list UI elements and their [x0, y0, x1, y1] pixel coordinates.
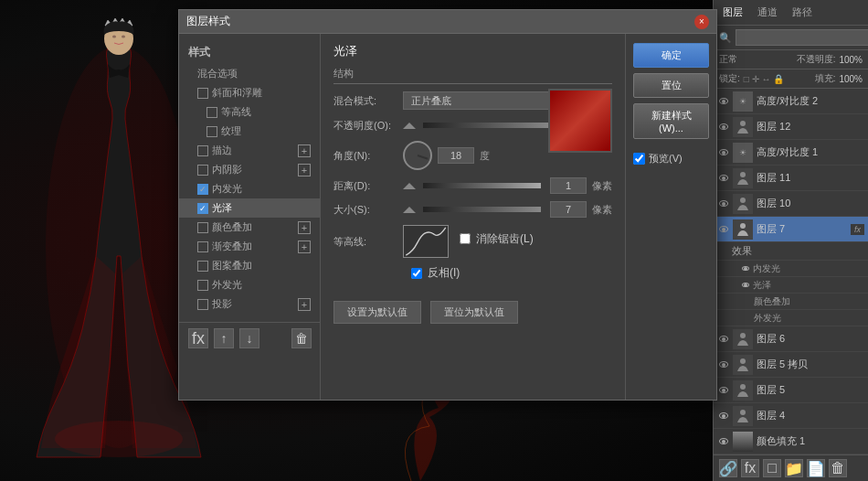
outer-glow-item[interactable]: 外发光 [179, 275, 320, 294]
inner-glow-item[interactable]: ✓ 内发光 [179, 179, 320, 198]
size-slider-track[interactable] [423, 207, 541, 212]
bevel-checkbox[interactable] [197, 88, 208, 99]
visibility-icon[interactable] [717, 95, 730, 108]
ok-button[interactable]: 确定 [633, 43, 709, 68]
opacity-slider-track[interactable] [423, 123, 552, 128]
texture-item[interactable]: 纹理 [179, 122, 320, 141]
effects-group[interactable]: 效果 [714, 242, 868, 261]
layer-item[interactable]: 图层 12 [714, 114, 868, 140]
color-overlay-sidebar-label: 颜色叠加 [212, 220, 252, 234]
layer-item[interactable]: 图层 6 [714, 326, 868, 352]
satin-item[interactable]: ✓ 光泽 [179, 198, 320, 218]
visibility-icon[interactable] [717, 121, 730, 134]
satin-effect[interactable]: 光泽 [714, 277, 868, 294]
visibility-icon[interactable] [717, 435, 730, 448]
inner-shadow-checkbox[interactable] [197, 165, 208, 176]
layer-name: 图层 11 [757, 171, 864, 185]
layer-item[interactable]: 颜色填充 1 [714, 429, 868, 454]
tab-paths[interactable]: 路径 [789, 4, 816, 21]
effect-visibility-icon[interactable] [741, 262, 750, 275]
new-layer-button[interactable]: 📄 [807, 459, 825, 477]
move-up-button[interactable]: ↑ [214, 328, 234, 348]
link-layers-button[interactable]: 🔗 [719, 459, 737, 477]
distance-slider-handle[interactable] [403, 183, 416, 189]
color-overlay-item[interactable]: 颜色叠加 + [179, 218, 320, 237]
svg-point-10 [740, 358, 746, 364]
color-overlay-effect[interactable]: 颜色叠加 [714, 294, 868, 310]
visibility-icon[interactable] [717, 384, 730, 397]
visibility-icon[interactable] [717, 410, 730, 422]
layer-item[interactable]: 图层 5 [714, 378, 868, 403]
visibility-icon[interactable] [717, 146, 730, 159]
opacity-slider-handle[interactable] [403, 123, 416, 129]
new-group-button[interactable]: 📁 [785, 459, 803, 477]
anti-alias-checkbox[interactable] [460, 233, 471, 244]
content-title: 光泽 [333, 43, 612, 59]
contour-preview[interactable] [403, 225, 449, 258]
gradient-overlay-checkbox[interactable] [197, 241, 208, 252]
visibility-icon[interactable] [717, 333, 730, 346]
outer-glow-checkbox[interactable] [197, 280, 208, 291]
dialog-close-button[interactable]: × [694, 15, 709, 29]
preview-checkbox[interactable] [633, 153, 645, 165]
angle-knob[interactable] [403, 141, 432, 170]
satin-checkbox[interactable]: ✓ [197, 203, 208, 214]
texture-checkbox[interactable] [206, 126, 217, 137]
add-style-button[interactable]: fx [741, 459, 759, 477]
tab-layers[interactable]: 图层 [719, 4, 746, 21]
angle-input[interactable] [438, 147, 474, 164]
tab-channels[interactable]: 通道 [754, 4, 781, 21]
delete-layer-button[interactable]: 🗑 [829, 459, 847, 477]
drop-shadow-item[interactable]: 投影 + [179, 294, 320, 314]
layer-item[interactable]: ☀ 高度/对比度 2 [714, 89, 868, 114]
contour-item[interactable]: 等高线 [179, 102, 320, 122]
drop-shadow-add-button[interactable]: + [298, 298, 311, 311]
visibility-icon[interactable] [717, 358, 730, 371]
svg-point-7 [740, 198, 746, 203]
set-default-button[interactable]: 设置为默认值 [333, 301, 421, 324]
distance-input[interactable] [550, 177, 587, 194]
invert-checkbox[interactable] [411, 268, 422, 279]
inner-glow-checkbox[interactable]: ✓ [197, 184, 208, 195]
gradient-add-button[interactable]: + [298, 240, 311, 253]
pattern-overlay-checkbox[interactable] [197, 261, 208, 272]
contour-checkbox[interactable] [206, 107, 217, 118]
color-overlay-add-button[interactable]: + [298, 221, 311, 234]
visibility-icon[interactable] [717, 198, 730, 210]
delete-style-button[interactable]: 🗑 [291, 328, 312, 348]
layer-item[interactable]: ☀ 高度/对比度 1 [714, 140, 868, 166]
panel-search-row: 🔍 ⚙ [714, 26, 868, 50]
layer-item[interactable]: 图层 5 拷贝 [714, 352, 868, 378]
blend-options-item[interactable]: 混合选项 [179, 64, 320, 83]
layer-item[interactable]: 图层 11 [714, 166, 868, 191]
outer-glow-effect[interactable]: 外发光 [714, 310, 868, 326]
pattern-overlay-item[interactable]: 图案叠加 [179, 256, 320, 275]
stroke-item[interactable]: 描边 + [179, 141, 320, 160]
size-slider-handle[interactable] [403, 207, 416, 213]
layer-item[interactable]: 图层 4 [714, 403, 868, 429]
inner-shadow-item[interactable]: 内阴影 + [179, 160, 320, 179]
inner-glow-effect[interactable]: 内发光 [714, 261, 868, 277]
texture-label: 纹理 [221, 124, 241, 138]
add-mask-button[interactable]: □ [763, 459, 781, 477]
distance-slider-track[interactable] [423, 183, 541, 188]
gradient-overlay-item[interactable]: 渐变叠加 + [179, 237, 320, 256]
drop-shadow-checkbox[interactable] [197, 299, 208, 310]
layer-item[interactable]: 图层 10 [714, 191, 868, 217]
layer-item-selected[interactable]: 图层 7 fx [714, 217, 868, 242]
stroke-checkbox[interactable] [197, 145, 208, 156]
layers-list: ☀ 高度/对比度 2 图层 12 ☀ 高度/对比度 1 图层 11 [714, 89, 868, 454]
inner-shadow-add-button[interactable]: + [298, 164, 311, 176]
new-style-button[interactable]: 新建样式(W)... [633, 103, 709, 139]
color-overlay-checkbox[interactable] [197, 222, 208, 233]
move-down-button[interactable]: ↓ [239, 328, 259, 348]
stroke-add-button[interactable]: + [298, 144, 311, 157]
bevel-emboss-item[interactable]: 斜面和浮雕 [179, 83, 320, 102]
size-input[interactable] [550, 201, 587, 218]
visibility-icon[interactable] [717, 172, 730, 185]
reset-default-button[interactable]: 置位为默认值 [430, 301, 518, 324]
reset-button[interactable]: 置位 [633, 73, 709, 98]
visibility-icon[interactable] [717, 223, 730, 236]
layer-search-input[interactable] [736, 29, 868, 46]
effect-visibility-icon[interactable] [741, 279, 750, 292]
